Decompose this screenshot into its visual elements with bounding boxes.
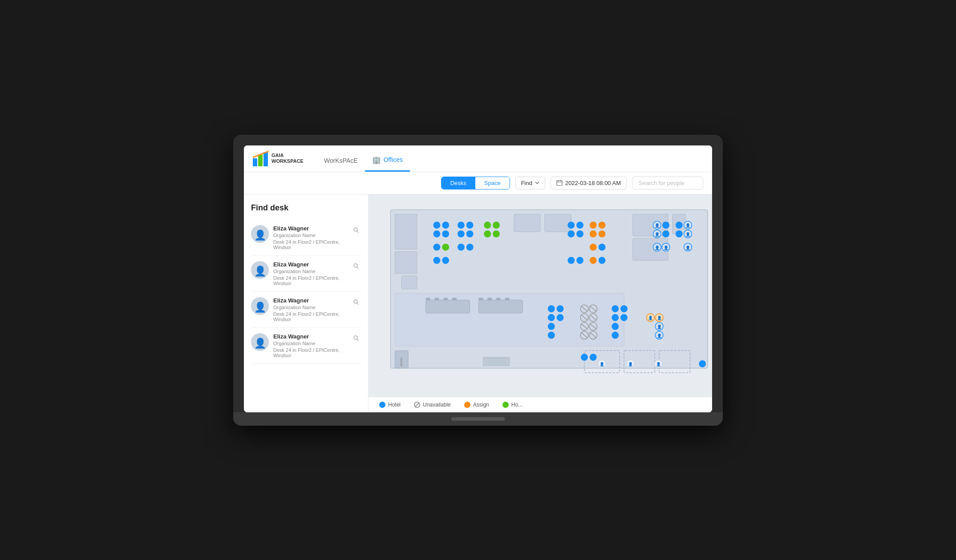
tab-workspace[interactable]: WorKsPAcE: [317, 157, 365, 172]
svg-point-80: [442, 243, 449, 250]
svg-point-94: [599, 243, 606, 250]
svg-point-117: [548, 322, 555, 330]
svg-point-134: [590, 354, 597, 361]
svg-text:👤: 👤: [657, 324, 662, 329]
person-org: Organization Name: [273, 341, 347, 346]
svg-point-82: [466, 243, 474, 250]
toolbar: Desks Space Find 2022-03-: [244, 172, 712, 194]
person-org: Organization Name: [273, 233, 347, 238]
svg-point-120: [620, 305, 628, 312]
person-info: Eliza Wagner Organization Name Desk 24 i…: [273, 261, 347, 286]
desks-button[interactable]: Desks: [442, 177, 475, 189]
svg-point-95: [590, 257, 597, 264]
space-button[interactable]: Space: [475, 177, 510, 189]
search-people-input[interactable]: Search for people: [632, 177, 703, 189]
legend-unavailable: Unavailable: [414, 402, 451, 408]
search-icon[interactable]: [351, 333, 361, 344]
avatar: 👤: [251, 333, 269, 351]
avatar: 👤: [251, 297, 269, 315]
svg-point-123: [612, 322, 619, 330]
person-card: 👤 Eliza Wagner Organization Name Desk 24…: [251, 292, 361, 328]
svg-point-53: [458, 230, 465, 238]
svg-point-55: [484, 222, 491, 229]
svg-rect-30: [434, 298, 439, 300]
date-display: 2022-03-18 08:00 AM: [551, 177, 627, 189]
svg-rect-35: [496, 298, 501, 300]
panel-title: Find desk: [251, 203, 361, 213]
svg-rect-22: [545, 214, 571, 232]
svg-text:👤: 👤: [685, 223, 691, 228]
avatar: 👤: [251, 261, 269, 279]
svg-text:👤: 👤: [655, 231, 660, 237]
person-card: 👤 Eliza Wagner Organization Name Desk 24…: [251, 220, 361, 256]
svg-point-91: [567, 257, 575, 264]
person-card: 👤 Eliza Wagner Organization Name Desk 24…: [251, 256, 361, 292]
svg-point-8: [354, 228, 357, 231]
svg-rect-31: [443, 298, 448, 300]
svg-point-66: [599, 230, 606, 238]
svg-line-11: [357, 267, 359, 269]
legend-ho: Ho...: [502, 402, 523, 408]
svg-point-79: [433, 243, 440, 250]
svg-point-133: [581, 354, 588, 361]
person-desk: Desk 24 in Floor2 / EPICentre, Windsor: [273, 239, 347, 250]
svg-point-57: [484, 230, 491, 238]
svg-point-64: [599, 222, 606, 229]
svg-point-124: [612, 331, 619, 338]
svg-point-93: [590, 243, 597, 250]
svg-text:👤: 👤: [657, 315, 662, 320]
person-card: 👤 Eliza Wagner Organization Name Desk 24…: [251, 328, 361, 364]
tab-offices[interactable]: 🏢 Offices: [365, 156, 410, 172]
svg-point-114: [557, 305, 564, 312]
floor-plan-area: ENTRY: [369, 194, 712, 412]
svg-point-70: [676, 222, 683, 229]
chevron-down-icon: [535, 181, 539, 185]
svg-point-63: [590, 222, 597, 229]
svg-rect-2: [263, 152, 268, 166]
svg-point-113: [548, 305, 555, 312]
hotel-dot: [379, 402, 385, 408]
ho-dot: [502, 402, 509, 408]
svg-point-89: [433, 257, 440, 264]
search-icon[interactable]: [351, 261, 361, 272]
svg-rect-18: [395, 214, 417, 249]
find-dropdown[interactable]: Find: [515, 177, 545, 189]
assign-dot: [464, 402, 470, 408]
person-org: Organization Name: [273, 305, 347, 310]
nav-tabs: WorKsPAcE 🏢 Offices: [317, 145, 410, 172]
svg-text:👤: 👤: [655, 223, 660, 228]
floor-plan-canvas[interactable]: ENTRY: [369, 194, 712, 397]
svg-point-54: [466, 230, 474, 238]
left-panel: Find desk 👤 Eliza Wagner Organization Na…: [244, 194, 369, 412]
svg-line-15: [357, 339, 359, 341]
logo: GAIA WORKSPACE: [253, 150, 304, 166]
svg-line-13: [357, 303, 359, 305]
offices-icon: 🏢: [372, 156, 381, 164]
search-icon[interactable]: [351, 225, 361, 236]
svg-rect-19: [395, 251, 417, 273]
main-content: Find desk 👤 Eliza Wagner Organization Na…: [244, 194, 712, 412]
svg-point-10: [354, 264, 357, 267]
svg-rect-32: [452, 298, 457, 300]
person-name: Eliza Wagner: [273, 225, 347, 232]
svg-text:👤: 👤: [628, 361, 633, 367]
legend-hotel: Hotel: [379, 402, 401, 408]
svg-rect-28: [478, 300, 523, 313]
svg-rect-0: [253, 158, 257, 166]
svg-point-115: [548, 314, 555, 321]
legend: Hotel Unavailable Assign Ho...: [369, 397, 712, 412]
svg-rect-34: [487, 298, 492, 300]
svg-point-14: [354, 336, 357, 339]
person-desk: Desk 24 in Floor2 / EPICentre, Windsor: [273, 347, 347, 358]
svg-point-92: [576, 257, 583, 264]
person-org: Organization Name: [273, 269, 347, 274]
search-icon[interactable]: [351, 297, 361, 308]
svg-text:👤: 👤: [655, 245, 660, 250]
svg-point-122: [620, 314, 628, 321]
person-desk: Desk 24 in Floor2 / EPICentre, Windsor: [273, 311, 347, 322]
top-navigation: GAIA WORKSPACE WorKsPAcE 🏢 Offices: [244, 145, 712, 172]
svg-text:👤: 👤: [648, 315, 653, 320]
svg-point-121: [612, 314, 619, 321]
svg-point-75: [662, 230, 669, 238]
svg-line-9: [357, 231, 359, 233]
